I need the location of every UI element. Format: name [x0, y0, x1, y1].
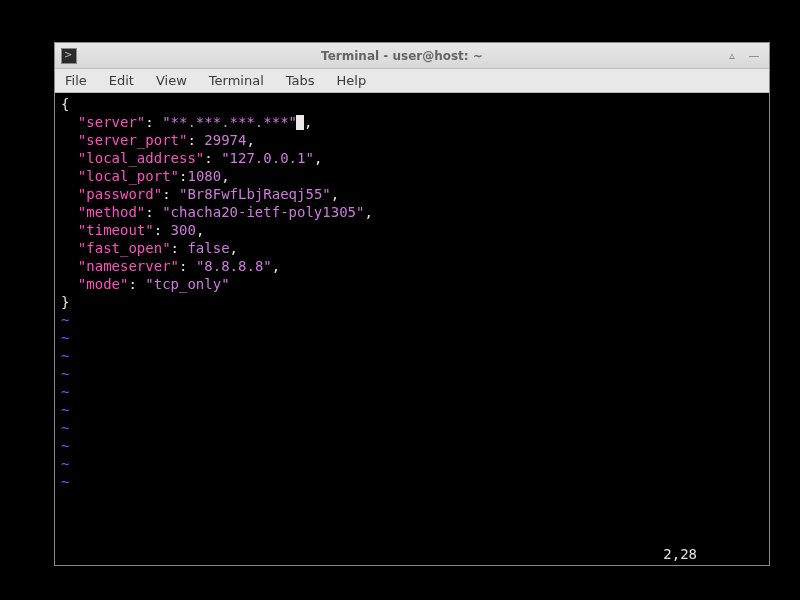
text-cursor	[296, 115, 304, 130]
terminal-line: ~	[61, 473, 763, 491]
terminal-line: }	[61, 293, 763, 311]
terminal-line: "local_port":1080,	[61, 167, 763, 185]
vim-status-position: 2,28	[663, 545, 757, 563]
terminal-line: "password": "Br8FwfLbjRaeqj55",	[61, 185, 763, 203]
menu-file[interactable]: File	[61, 71, 91, 90]
menubar: File Edit View Terminal Tabs Help	[55, 69, 769, 93]
terminal-line: ~	[61, 365, 763, 383]
terminal-line: ~	[61, 329, 763, 347]
menu-edit[interactable]: Edit	[105, 71, 138, 90]
menu-help[interactable]: Help	[333, 71, 371, 90]
minimize-button[interactable]: —	[745, 49, 763, 63]
menu-view[interactable]: View	[152, 71, 191, 90]
terminal-line: ~	[61, 437, 763, 455]
menu-tabs[interactable]: Tabs	[282, 71, 319, 90]
terminal-line: "nameserver": "8.8.8.8",	[61, 257, 763, 275]
terminal-line: "fast_open": false,	[61, 239, 763, 257]
terminal-line: "local_address": "127.0.0.1",	[61, 149, 763, 167]
maximize-button[interactable]: ▵	[723, 49, 741, 63]
terminal-line: ~	[61, 311, 763, 329]
window-title: Terminal - user@host: ~	[85, 49, 719, 63]
terminal-line: ~	[61, 347, 763, 365]
terminal-window: Terminal - user@host: ~ ▵ — File Edit Vi…	[54, 42, 770, 566]
menu-terminal[interactable]: Terminal	[205, 71, 268, 90]
titlebar[interactable]: Terminal - user@host: ~ ▵ —	[55, 43, 769, 69]
terminal-line: "mode": "tcp_only"	[61, 275, 763, 293]
terminal-line: "server_port": 29974,	[61, 131, 763, 149]
terminal-line: "method": "chacha20-ietf-poly1305",	[61, 203, 763, 221]
terminal-line: ~	[61, 455, 763, 473]
terminal-line: ~	[61, 401, 763, 419]
terminal-line: {	[61, 95, 763, 113]
terminal-viewport[interactable]: { "server": "**.***.***.***", "server_po…	[55, 93, 769, 565]
terminal-line: ~	[61, 419, 763, 437]
terminal-line: "server": "**.***.***.***",	[61, 113, 763, 131]
terminal-line: "timeout": 300,	[61, 221, 763, 239]
terminal-icon	[61, 48, 77, 64]
terminal-line: ~	[61, 383, 763, 401]
